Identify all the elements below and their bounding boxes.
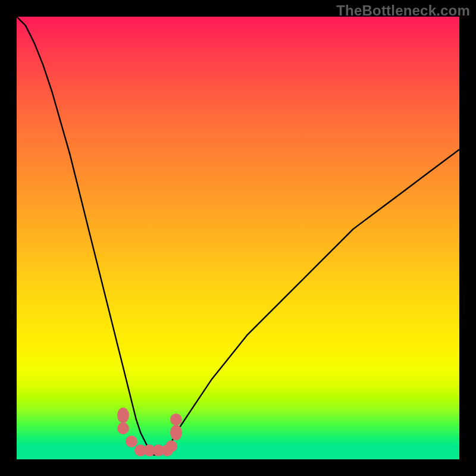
- chart-frame: TheBottleneck.com: [0, 0, 476, 476]
- marker-dot: [170, 425, 182, 440]
- marker-dot: [165, 440, 177, 452]
- marker-dot: [170, 414, 182, 425]
- plot-area: [17, 17, 459, 459]
- marker-dot: [117, 422, 129, 434]
- marker-dot: [117, 408, 129, 423]
- bottleneck-curve: [17, 17, 459, 459]
